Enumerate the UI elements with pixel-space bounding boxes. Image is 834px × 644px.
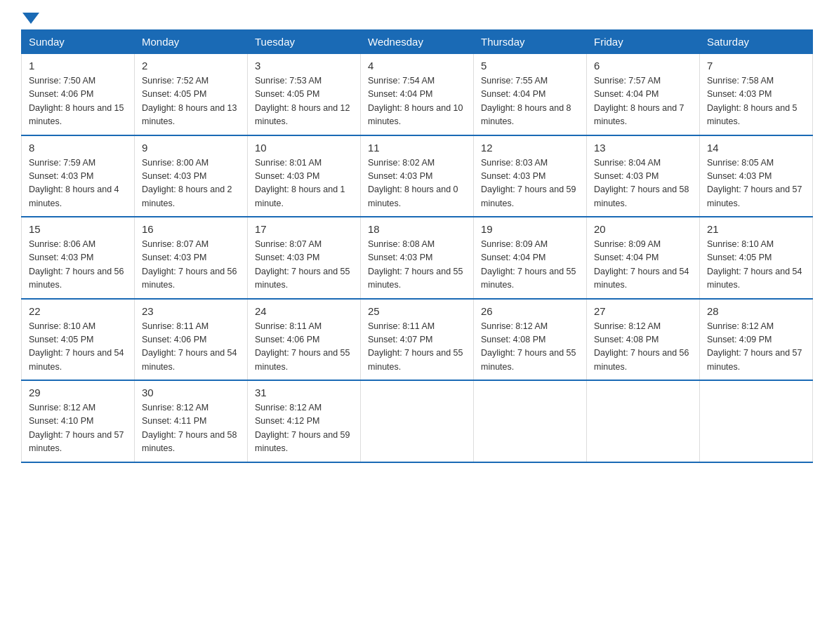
day-info: Sunrise: 8:12 AM Sunset: 4:08 PM Dayligh… [481, 320, 579, 375]
calendar-cell: 29 Sunrise: 8:12 AM Sunset: 4:10 PM Dayl… [22, 380, 135, 462]
day-info: Sunrise: 8:05 AM Sunset: 4:03 PM Dayligh… [707, 156, 805, 211]
day-info: Sunrise: 8:11 AM Sunset: 4:06 PM Dayligh… [255, 320, 353, 375]
calendar-cell: 10 Sunrise: 8:01 AM Sunset: 4:03 PM Dayl… [248, 135, 361, 217]
day-info: Sunrise: 7:52 AM Sunset: 4:05 PM Dayligh… [142, 74, 240, 129]
day-info: Sunrise: 8:10 AM Sunset: 4:05 PM Dayligh… [707, 238, 805, 293]
day-number: 28 [707, 305, 805, 317]
calendar-cell: 23 Sunrise: 8:11 AM Sunset: 4:06 PM Dayl… [135, 299, 248, 381]
day-number: 4 [368, 60, 466, 72]
calendar-cell: 1 Sunrise: 7:50 AM Sunset: 4:06 PM Dayli… [22, 54, 135, 135]
day-info: Sunrise: 8:00 AM Sunset: 4:03 PM Dayligh… [142, 156, 240, 211]
weekday-header-friday: Friday [587, 30, 700, 54]
day-info: Sunrise: 8:12 AM Sunset: 4:08 PM Dayligh… [594, 320, 692, 375]
calendar-cell: 20 Sunrise: 8:09 AM Sunset: 4:04 PM Dayl… [587, 217, 700, 299]
day-info: Sunrise: 8:07 AM Sunset: 4:03 PM Dayligh… [142, 238, 240, 293]
day-info: Sunrise: 8:12 AM Sunset: 4:12 PM Dayligh… [255, 401, 353, 456]
day-number: 2 [142, 60, 240, 72]
day-number: 21 [707, 223, 805, 235]
day-number: 6 [594, 60, 692, 72]
week-row-4: 22 Sunrise: 8:10 AM Sunset: 4:05 PM Dayl… [22, 299, 813, 381]
day-number: 3 [255, 60, 353, 72]
day-number: 30 [142, 387, 240, 398]
weekday-header-saturday: Saturday [700, 30, 813, 54]
day-info: Sunrise: 8:09 AM Sunset: 4:04 PM Dayligh… [481, 238, 579, 293]
calendar-cell: 21 Sunrise: 8:10 AM Sunset: 4:05 PM Dayl… [700, 217, 813, 299]
calendar-cell: 2 Sunrise: 7:52 AM Sunset: 4:05 PM Dayli… [135, 54, 248, 135]
day-info: Sunrise: 8:02 AM Sunset: 4:03 PM Dayligh… [368, 156, 466, 211]
day-number: 10 [255, 142, 353, 154]
calendar-cell: 17 Sunrise: 8:07 AM Sunset: 4:03 PM Dayl… [248, 217, 361, 299]
calendar-cell: 12 Sunrise: 8:03 AM Sunset: 4:03 PM Dayl… [474, 135, 587, 217]
day-number: 20 [594, 223, 692, 235]
day-number: 29 [29, 387, 127, 398]
day-number: 1 [29, 60, 127, 72]
day-info: Sunrise: 8:01 AM Sunset: 4:03 PM Dayligh… [255, 156, 353, 211]
day-number: 8 [29, 142, 127, 154]
day-number: 26 [481, 305, 579, 317]
calendar-cell [361, 380, 474, 462]
weekday-header-sunday: Sunday [22, 30, 135, 54]
calendar-cell: 14 Sunrise: 8:05 AM Sunset: 4:03 PM Dayl… [700, 135, 813, 217]
day-number: 12 [481, 142, 579, 154]
week-row-5: 29 Sunrise: 8:12 AM Sunset: 4:10 PM Dayl… [22, 380, 813, 462]
day-number: 31 [255, 387, 353, 398]
calendar-cell: 13 Sunrise: 8:04 AM Sunset: 4:03 PM Dayl… [587, 135, 700, 217]
weekday-header-row: SundayMondayTuesdayWednesdayThursdayFrid… [22, 30, 813, 54]
calendar-cell: 22 Sunrise: 8:10 AM Sunset: 4:05 PM Dayl… [22, 299, 135, 381]
weekday-header-thursday: Thursday [474, 30, 587, 54]
calendar-cell: 7 Sunrise: 7:58 AM Sunset: 4:03 PM Dayli… [700, 54, 813, 135]
calendar-cell [587, 380, 700, 462]
day-info: Sunrise: 7:50 AM Sunset: 4:06 PM Dayligh… [29, 74, 127, 129]
day-number: 25 [368, 305, 466, 317]
day-info: Sunrise: 8:03 AM Sunset: 4:03 PM Dayligh… [481, 156, 579, 211]
day-number: 17 [255, 223, 353, 235]
day-info: Sunrise: 8:12 AM Sunset: 4:11 PM Dayligh… [142, 401, 240, 456]
calendar-cell: 8 Sunrise: 7:59 AM Sunset: 4:03 PM Dayli… [22, 135, 135, 217]
day-number: 23 [142, 305, 240, 317]
day-info: Sunrise: 8:08 AM Sunset: 4:03 PM Dayligh… [368, 238, 466, 293]
weekday-header-wednesday: Wednesday [361, 30, 474, 54]
calendar-cell: 31 Sunrise: 8:12 AM Sunset: 4:12 PM Dayl… [248, 380, 361, 462]
day-info: Sunrise: 8:12 AM Sunset: 4:10 PM Dayligh… [29, 401, 127, 456]
day-info: Sunrise: 7:57 AM Sunset: 4:04 PM Dayligh… [594, 74, 692, 129]
logo [21, 14, 39, 22]
calendar-cell: 25 Sunrise: 8:11 AM Sunset: 4:07 PM Dayl… [361, 299, 474, 381]
calendar-cell: 27 Sunrise: 8:12 AM Sunset: 4:08 PM Dayl… [587, 299, 700, 381]
day-info: Sunrise: 7:53 AM Sunset: 4:05 PM Dayligh… [255, 74, 353, 129]
day-info: Sunrise: 8:07 AM Sunset: 4:03 PM Dayligh… [255, 238, 353, 293]
day-info: Sunrise: 7:54 AM Sunset: 4:04 PM Dayligh… [368, 74, 466, 129]
calendar-cell [474, 380, 587, 462]
day-info: Sunrise: 8:12 AM Sunset: 4:09 PM Dayligh… [707, 320, 805, 375]
day-number: 13 [594, 142, 692, 154]
calendar-cell: 24 Sunrise: 8:11 AM Sunset: 4:06 PM Dayl… [248, 299, 361, 381]
day-number: 19 [481, 223, 579, 235]
calendar-cell: 9 Sunrise: 8:00 AM Sunset: 4:03 PM Dayli… [135, 135, 248, 217]
day-number: 11 [368, 142, 466, 154]
calendar-cell: 28 Sunrise: 8:12 AM Sunset: 4:09 PM Dayl… [700, 299, 813, 381]
logo-triangle-icon [22, 13, 39, 24]
week-row-3: 15 Sunrise: 8:06 AM Sunset: 4:03 PM Dayl… [22, 217, 813, 299]
day-info: Sunrise: 8:06 AM Sunset: 4:03 PM Dayligh… [29, 238, 127, 293]
calendar-cell: 5 Sunrise: 7:55 AM Sunset: 4:04 PM Dayli… [474, 54, 587, 135]
calendar-cell: 30 Sunrise: 8:12 AM Sunset: 4:11 PM Dayl… [135, 380, 248, 462]
day-number: 24 [255, 305, 353, 317]
weekday-header-tuesday: Tuesday [248, 30, 361, 54]
week-row-2: 8 Sunrise: 7:59 AM Sunset: 4:03 PM Dayli… [22, 135, 813, 217]
day-info: Sunrise: 8:11 AM Sunset: 4:06 PM Dayligh… [142, 320, 240, 375]
weekday-header-monday: Monday [135, 30, 248, 54]
calendar-cell: 19 Sunrise: 8:09 AM Sunset: 4:04 PM Dayl… [474, 217, 587, 299]
calendar-cell: 15 Sunrise: 8:06 AM Sunset: 4:03 PM Dayl… [22, 217, 135, 299]
calendar-cell: 18 Sunrise: 8:08 AM Sunset: 4:03 PM Dayl… [361, 217, 474, 299]
day-number: 22 [29, 305, 127, 317]
week-row-1: 1 Sunrise: 7:50 AM Sunset: 4:06 PM Dayli… [22, 54, 813, 135]
day-number: 27 [594, 305, 692, 317]
calendar-cell: 16 Sunrise: 8:07 AM Sunset: 4:03 PM Dayl… [135, 217, 248, 299]
day-number: 18 [368, 223, 466, 235]
day-info: Sunrise: 7:55 AM Sunset: 4:04 PM Dayligh… [481, 74, 579, 129]
day-info: Sunrise: 8:09 AM Sunset: 4:04 PM Dayligh… [594, 238, 692, 293]
day-info: Sunrise: 7:58 AM Sunset: 4:03 PM Dayligh… [707, 74, 805, 129]
day-number: 5 [481, 60, 579, 72]
day-number: 16 [142, 223, 240, 235]
day-info: Sunrise: 8:11 AM Sunset: 4:07 PM Dayligh… [368, 320, 466, 375]
calendar-cell: 26 Sunrise: 8:12 AM Sunset: 4:08 PM Dayl… [474, 299, 587, 381]
